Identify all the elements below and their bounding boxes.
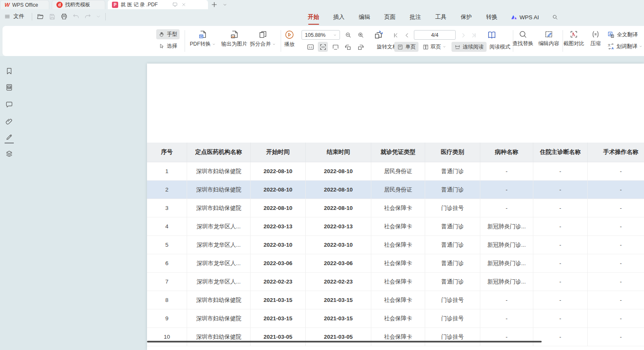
table-row: 10深圳市妇幼保健院2021-03-052021-03-05社会保障卡门诊挂号-…: [147, 328, 644, 346]
table-cell: 2: [147, 181, 187, 199]
zoom-in-button[interactable]: [356, 30, 366, 40]
split-merge-button[interactable]: 拆分合并: [247, 30, 278, 48]
rotate-right-button[interactable]: [355, 42, 365, 52]
double-page-icon: [423, 44, 429, 50]
prev-page-button[interactable]: [402, 30, 411, 40]
menu-tab-page[interactable]: 页面: [383, 12, 396, 22]
next-page-button[interactable]: [459, 30, 468, 40]
wps-ai-button[interactable]: WPS AI: [511, 14, 539, 20]
table-cell: 2022-08-10: [306, 162, 371, 180]
menu-tab-convert[interactable]: 转换: [485, 12, 498, 22]
thumbnail-image-icon[interactable]: [5, 83, 13, 92]
table-cell: 10: [147, 328, 187, 346]
layers-icon[interactable]: [5, 150, 13, 158]
column-header: 住院主诊断名称: [533, 143, 588, 162]
tab-list-chevron-icon[interactable]: [223, 3, 227, 7]
read-mode-button[interactable]: 阅读模式: [489, 42, 510, 52]
monitor-icon[interactable]: [172, 2, 178, 8]
zoom-level-value: 105.88%: [305, 32, 325, 38]
new-tab-plus-icon[interactable]: [211, 1, 218, 8]
page-switch-button[interactable]: [372, 28, 385, 41]
table-row: 1深圳市妇幼保健院2022-08-102022-08-10居民身份证普通门诊--…: [147, 162, 644, 181]
tab-document-pdf[interactable]: P 就 医 记 录 .PDF: [108, 0, 208, 9]
menu-tab-protect[interactable]: 保护: [460, 12, 473, 22]
menu-tab-tools[interactable]: 工具: [434, 12, 447, 22]
table-cell: 2021-03-15: [306, 291, 371, 309]
bookmark-icon[interactable]: [5, 67, 13, 75]
chevron-down-icon: [443, 45, 446, 49]
close-tab-icon[interactable]: [181, 2, 186, 7]
continuous-read-button[interactable]: 连续阅读: [451, 42, 487, 52]
play-icon: [284, 30, 294, 40]
table-horizontal-scrollbar[interactable]: [147, 341, 542, 342]
select-tool-button[interactable]: 选择: [156, 41, 180, 51]
save-icon[interactable]: [48, 13, 56, 20]
table-cell: 1: [147, 162, 187, 180]
tab-label: 就 医 记 录 .PDF: [121, 1, 158, 8]
undo-icon[interactable]: [72, 13, 80, 20]
table-cell: 门诊挂号: [425, 309, 480, 327]
full-translate-button[interactable]: A文 全文翻译: [607, 30, 638, 39]
screenshot-compare-button[interactable]: 截图对比: [561, 30, 586, 47]
file-menu-button[interactable]: 文件: [4, 13, 24, 20]
zoom-level-select[interactable]: 105.88%: [302, 30, 340, 40]
last-page-button[interactable]: [469, 30, 478, 40]
menu-tab-comment[interactable]: 批注: [409, 12, 422, 22]
single-page-button[interactable]: 单页: [394, 42, 418, 52]
menu-tab-insert[interactable]: 插入: [332, 12, 345, 22]
attachment-icon[interactable]: [5, 117, 13, 125]
fit-width-button[interactable]: [318, 42, 328, 52]
find-replace-label: 查找替换: [512, 40, 533, 47]
signature-pen-icon[interactable]: [5, 133, 13, 141]
divider: [32, 13, 32, 20]
hand-tool-button[interactable]: 手型: [156, 29, 180, 39]
table-cell: 5: [147, 236, 187, 254]
table-cell: -: [480, 162, 533, 180]
table-cell: 2021-03-05: [306, 328, 371, 346]
double-page-button[interactable]: 双页: [420, 42, 449, 52]
tab-wps-office[interactable]: W WPS Office: [0, 0, 49, 9]
table-cell: 2022-03-10: [251, 236, 306, 254]
fit-width-icon: [319, 43, 327, 51]
document-workspace: 序号定点医药机构名称开始时间结束时间就诊凭证类型医疗类别病种名称住院主诊断名称手…: [0, 56, 644, 350]
read-mode-icon-button[interactable]: [485, 28, 498, 41]
print-icon[interactable]: [60, 13, 68, 20]
tab-docer-templates[interactable]: d 找稻壳模板: [52, 0, 105, 9]
table-cell: -: [533, 236, 588, 254]
ribbon-toolbar: 手型 选择 W PDF转换 输出为图片 拆分合并: [3, 26, 644, 56]
table-cell: -: [480, 291, 533, 309]
open-folder-icon[interactable]: [36, 13, 44, 20]
qat-chevron-icon[interactable]: [96, 14, 101, 19]
export-image-button[interactable]: 输出为图片: [218, 30, 251, 48]
tab-label: 找稻壳模板: [65, 1, 90, 8]
menu-tab-edit[interactable]: 编辑: [358, 12, 371, 22]
compress-button[interactable]: 压缩: [587, 30, 604, 47]
fit-page-button[interactable]: [330, 42, 340, 52]
column-header: 定点医药机构名称: [187, 143, 251, 162]
screenshot-compare-label: 截图对比: [563, 40, 584, 47]
menu-search-icon[interactable]: [552, 14, 558, 20]
first-page-button[interactable]: [391, 30, 400, 40]
redo-icon[interactable]: [84, 13, 91, 20]
rotate-left-button[interactable]: [343, 42, 353, 52]
play-button[interactable]: 播放: [279, 30, 300, 48]
word-translate-button[interactable]: 文A 划词翻译: [607, 42, 642, 51]
table-cell: -: [588, 309, 644, 327]
edit-content-button[interactable]: 编辑内容: [536, 30, 561, 47]
table-cell: -: [533, 273, 588, 291]
page-number-input[interactable]: 4/4: [414, 30, 456, 40]
table-cell: -: [480, 181, 533, 199]
find-replace-button[interactable]: 查找替换: [510, 30, 535, 47]
menu-tab-home[interactable]: 开始: [307, 12, 320, 22]
zoom-out-button[interactable]: [343, 30, 353, 40]
find-replace-icon: [518, 30, 527, 39]
actual-size-button[interactable]: 1:1: [305, 42, 315, 52]
table-cell: 普通门诊: [425, 273, 480, 291]
table-cell: 普通门诊: [425, 181, 480, 199]
comment-icon[interactable]: [5, 100, 13, 109]
rotate-left-icon: [344, 43, 352, 51]
table-cell: 居民身份证: [371, 181, 425, 199]
table-cell: -: [533, 199, 588, 217]
table-cell: 2021-03-05: [251, 328, 306, 346]
pdf-convert-button[interactable]: W PDF转换: [188, 30, 217, 48]
